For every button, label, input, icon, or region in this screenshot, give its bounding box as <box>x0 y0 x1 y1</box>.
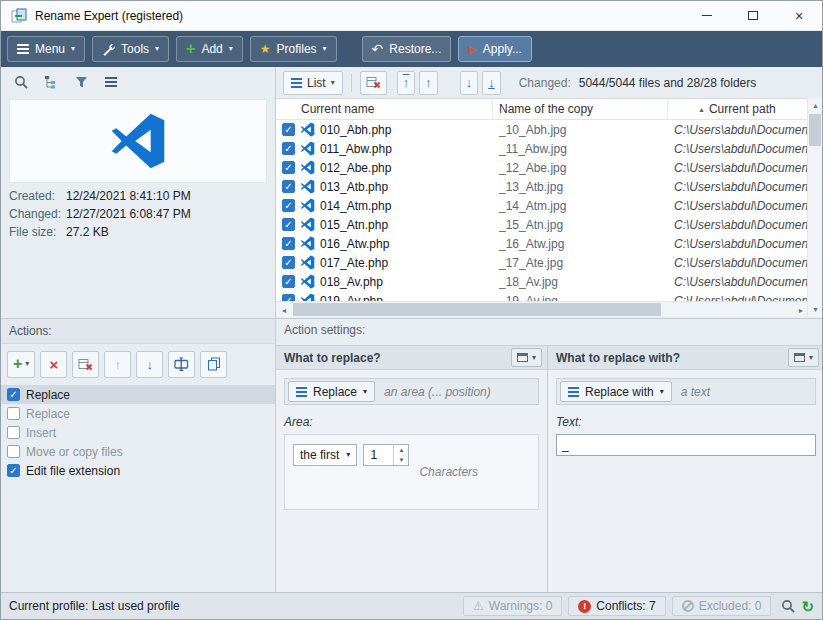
exclude-button[interactable] <box>360 71 387 95</box>
delete-action-button[interactable]: × <box>40 351 67 378</box>
apply-button[interactable]: ▶ Apply... <box>458 36 532 62</box>
preview-toolbar <box>1 67 275 97</box>
duplicate-action-button[interactable] <box>200 351 227 378</box>
row-checkbox[interactable]: ✓ <box>282 142 295 155</box>
action-checkbox[interactable] <box>7 426 20 439</box>
row-checkbox[interactable]: ✓ <box>282 199 295 212</box>
action-item-edit-extension[interactable]: ✓ Edit file extension <box>1 461 275 480</box>
status-search-icon[interactable] <box>781 599 795 613</box>
view-options-button[interactable] <box>99 70 123 94</box>
scroll-up-icon[interactable]: ▲ <box>808 98 823 113</box>
column-header-current-path[interactable]: ▲ Current path <box>668 99 809 119</box>
action-list: ✓ Replace Replace Insert Move or copy fi… <box>1 385 275 480</box>
layout-picker-button[interactable]: ▾ <box>511 348 542 367</box>
replace-mode-select[interactable]: Replace ▾ <box>288 381 375 402</box>
close-button[interactable]: × <box>776 1 822 30</box>
move-action-up-button[interactable]: ↑ <box>104 351 131 378</box>
row-checkbox[interactable]: ✓ <box>282 294 295 301</box>
horizontal-scroll-thumb[interactable] <box>293 303 661 316</box>
position-select[interactable]: the first ▾ <box>293 444 357 466</box>
warnings-badge[interactable]: ⚠ Warnings: 0 <box>463 596 562 616</box>
toolbar-separator <box>351 74 352 92</box>
action-item-insert[interactable]: Insert <box>1 423 275 442</box>
rename-action-button[interactable] <box>168 351 195 378</box>
search-button[interactable] <box>9 70 33 94</box>
table-row[interactable]: ✓011_Abw.php _11_Abw.jpg C:\Users\abdul\… <box>276 139 809 158</box>
move-down-button[interactable]: ↓ <box>460 71 479 95</box>
spinner-buttons: ▲ ▼ <box>393 445 408 465</box>
wrench-icon <box>102 43 115 56</box>
row-checkbox[interactable]: ✓ <box>282 180 295 193</box>
row-checkbox[interactable]: ✓ <box>282 256 295 269</box>
menu-button[interactable]: Menu ▾ <box>7 36 85 62</box>
restore-button[interactable]: ↶ Restore... <box>362 36 452 62</box>
row-checkbox[interactable]: ✓ <box>282 237 295 250</box>
action-item-move-copy[interactable]: Move or copy files <box>1 442 275 461</box>
vertical-scrollbar[interactable]: ▲ ▼ <box>807 98 822 317</box>
layout-picker-button[interactable]: ▾ <box>788 348 819 367</box>
table-row[interactable]: ✓014_Atm.php _14_Atm.jpg C:\Users\abdul\… <box>276 196 809 215</box>
table-row[interactable]: ✓018_Av.php _18_Av.jpg C:\Users\abdul\Do… <box>276 272 809 291</box>
list-view-button[interactable]: List ▾ <box>283 71 343 95</box>
replacement-text-input[interactable] <box>556 434 816 456</box>
row-checkbox[interactable]: ✓ <box>282 275 295 288</box>
table-row[interactable]: ✓016_Atw.php _16_Atw.jpg C:\Users\abdul\… <box>276 234 809 253</box>
scroll-left-icon[interactable]: ◄ <box>276 302 292 318</box>
move-bottom-button[interactable]: ↓ <box>482 71 501 95</box>
count-value: 1 <box>364 445 393 465</box>
count-spinner[interactable]: 1 ▲ ▼ <box>363 444 409 466</box>
table-row[interactable]: ✓015_Atn.php _15_Atn.jpg C:\Users\abdul\… <box>276 215 809 234</box>
vscode-file-icon <box>300 179 315 194</box>
created-label: Created: <box>9 189 66 203</box>
excluded-badge[interactable]: Excluded: 0 <box>672 596 772 616</box>
spinner-up-icon[interactable]: ▲ <box>394 445 408 455</box>
replace-with-mode-select[interactable]: Replace with ▾ <box>560 381 672 402</box>
table-row[interactable]: ✓013_Atb.php _13_Atb.jpg C:\Users\abdul\… <box>276 177 809 196</box>
filter-button[interactable] <box>69 70 93 94</box>
cell-current-name: 018_Av.php <box>320 275 383 289</box>
maximize-button[interactable] <box>730 1 776 30</box>
row-checkbox[interactable]: ✓ <box>282 161 295 174</box>
delete-all-actions-button[interactable] <box>72 351 99 378</box>
add-button[interactable]: + Add ▾ <box>176 36 243 62</box>
conflicts-badge[interactable]: Conflicts: 7 <box>568 596 665 616</box>
add-action-button[interactable]: + ▾ <box>7 351 35 378</box>
minimize-button[interactable] <box>684 1 730 30</box>
warnings-count: Warnings: 0 <box>489 599 553 613</box>
undo-icon: ↶ <box>372 42 384 56</box>
action-checkbox[interactable] <box>7 445 20 458</box>
delete-icon: × <box>49 357 58 372</box>
action-checkbox[interactable]: ✓ <box>7 388 20 401</box>
table-row[interactable]: ✓017_Ate.php _17_Ate.jpg C:\Users\abdul\… <box>276 253 809 272</box>
move-top-button[interactable]: ↑ <box>397 71 416 95</box>
table-row[interactable]: ✓010_Abh.php _10_Abh.jpg C:\Users\abdul\… <box>276 120 809 139</box>
move-up-button[interactable]: ↑ <box>419 71 438 95</box>
tree-view-button[interactable] <box>39 70 63 94</box>
action-label: Move or copy files <box>26 445 123 459</box>
window-icon <box>517 353 528 362</box>
vertical-scroll-thumb[interactable] <box>809 114 821 146</box>
action-checkbox[interactable]: ✓ <box>7 464 20 477</box>
row-checkbox[interactable]: ✓ <box>282 123 295 136</box>
column-header-current-name[interactable]: Current name <box>276 99 493 119</box>
column-header-copy-name[interactable]: Name of the copy <box>493 99 668 119</box>
tools-button[interactable]: Tools ▾ <box>92 36 169 62</box>
scroll-down-icon[interactable]: ▼ <box>808 302 823 317</box>
spinner-down-icon[interactable]: ▼ <box>394 455 408 465</box>
table-row[interactable]: ✓019_Av.php _19_Av.jpg C:\Users\abdul\Do… <box>276 291 809 301</box>
text-label: Text: <box>556 415 816 429</box>
row-checkbox[interactable]: ✓ <box>282 218 295 231</box>
cell-copy-name: _16_Atw.jpg <box>493 237 668 251</box>
profiles-button[interactable]: ★ Profiles ▾ <box>250 36 337 62</box>
refresh-icon[interactable]: ↻ <box>801 599 814 614</box>
table-row[interactable]: ✓012_Abe.php _12_Abe.jpg C:\Users\abdul\… <box>276 158 809 177</box>
action-checkbox[interactable] <box>7 407 20 420</box>
area-label: Area: <box>284 415 539 429</box>
unit-label: Characters <box>419 465 478 479</box>
action-item-replace-2[interactable]: Replace <box>1 404 275 423</box>
meta-created: Created: 12/24/2021 8:41:10 PM <box>9 189 271 203</box>
position-value: the first <box>300 448 339 462</box>
horizontal-scrollbar[interactable]: ◄ ► <box>276 301 809 317</box>
action-item-replace-1[interactable]: ✓ Replace <box>1 385 275 404</box>
move-action-down-button[interactable]: ↓ <box>136 351 163 378</box>
